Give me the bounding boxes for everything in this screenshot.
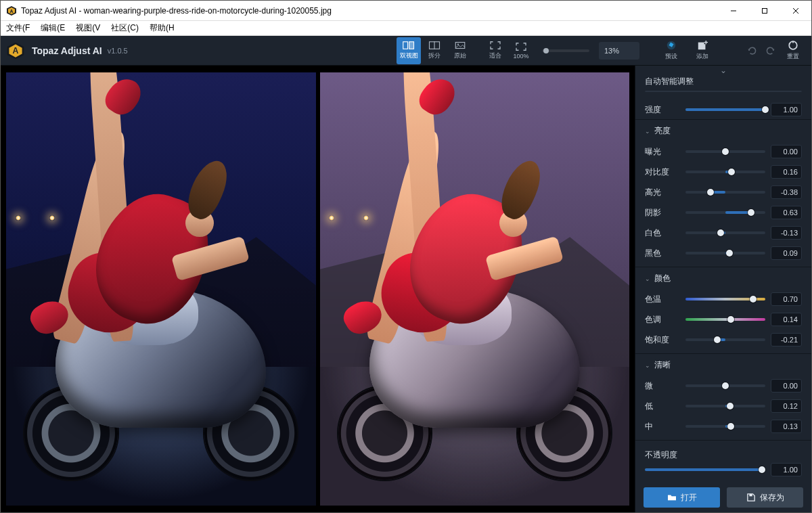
clarity-slider[interactable] <box>685 384 765 387</box>
zoom-indicator[interactable]: 13% <box>599 42 639 60</box>
open-button[interactable]: 打开 <box>644 487 720 508</box>
panel-collapse-toggle[interactable]: ⌄ <box>635 66 811 75</box>
auto-strength-row: 强度 1.00 <box>635 99 811 119</box>
color-slider[interactable] <box>685 338 765 341</box>
color-row: 色调0.14 <box>635 309 811 329</box>
opacity-value[interactable]: 1.00 <box>771 463 802 476</box>
clarity-value[interactable]: 0.12 <box>771 399 802 413</box>
window-title: Topaz Adjust AI - woman-wearing-purple-d… <box>21 6 718 16</box>
color-label: 色调 <box>645 315 680 325</box>
svg-rect-23 <box>749 494 752 496</box>
presets-button[interactable]: 预设 <box>657 37 685 64</box>
brightness-slider[interactable] <box>685 150 765 153</box>
brightness-value[interactable]: 0.09 <box>771 246 802 260</box>
clarity-slider[interactable] <box>685 425 765 428</box>
menu-file[interactable]: 文件(F <box>1 21 35 35</box>
brightness-group: ⌄亮度 曝光0.00对比度0.16高光-0.38阴影0.63白色-0.13黑色0… <box>635 119 811 267</box>
add-preset-button[interactable]: 添加 <box>688 37 717 64</box>
brightness-slider[interactable] <box>685 191 765 194</box>
menu-edit[interactable]: 编辑(E <box>35 21 70 35</box>
brightness-slider[interactable] <box>685 171 765 173</box>
clarity-row: 中0.13 <box>635 416 811 436</box>
auto-strength-slider[interactable] <box>685 108 765 111</box>
brightness-row: 高光-0.38 <box>635 181 811 202</box>
clarity-value[interactable]: 0.13 <box>771 420 802 433</box>
save-icon <box>746 493 756 501</box>
menu-view[interactable]: 视图(V <box>70 21 106 35</box>
maximize-button[interactable] <box>749 1 780 21</box>
brightness-slider[interactable] <box>685 211 765 214</box>
brightness-row: 白色-0.13 <box>635 222 811 242</box>
color-slider[interactable] <box>685 318 765 321</box>
svg-text:A: A <box>13 46 19 55</box>
clarity-slider[interactable] <box>685 405 765 407</box>
app-toolbar: A Topaz Adjust AI v1.0.5 双视图 拆分 原始 适合 <box>1 36 811 66</box>
color-row: 饱和度-0.21 <box>635 329 811 349</box>
image-canvas[interactable] <box>1 66 635 512</box>
reset-button[interactable]: 重置 <box>782 37 805 64</box>
chevron-down-icon: ⌄ <box>645 128 650 135</box>
zoom-100-button[interactable]: 100% <box>509 37 533 64</box>
brightness-value[interactable]: -0.38 <box>771 185 802 199</box>
color-group: ⌄颜色 色温0.70色调0.14饱和度-0.21 <box>635 267 811 353</box>
menu-help[interactable]: 帮助(H <box>144 21 180 35</box>
clarity-row: 低0.12 <box>635 395 811 416</box>
auto-heading: 自动智能调整 <box>635 75 811 91</box>
zoom-fit-button[interactable]: 适合 <box>483 37 508 64</box>
app-window: A Topaz Adjust AI - woman-wearing-purple… <box>0 0 812 513</box>
svg-rect-12 <box>409 42 414 49</box>
brightness-value[interactable]: 0.16 <box>771 165 802 179</box>
opacity-group: 不透明度 1.00 <box>635 440 811 481</box>
view-split-button[interactable]: 拆分 <box>422 37 447 64</box>
color-slider[interactable] <box>685 298 765 300</box>
color-label: 色温 <box>645 294 680 305</box>
app-version: v1.0.5 <box>108 47 128 55</box>
brightness-value[interactable]: 0.00 <box>771 145 802 158</box>
close-button[interactable] <box>780 1 811 21</box>
brightness-value[interactable]: 0.63 <box>771 206 802 219</box>
brightness-label: 高光 <box>645 187 680 198</box>
menubar: 文件(F 编辑(E 视图(V 社区(C) 帮助(H <box>1 21 811 36</box>
clarity-row: 微0.00 <box>635 375 811 395</box>
app-logo-icon: A <box>6 5 17 16</box>
chevron-down-icon: ⌄ <box>645 275 650 282</box>
clarity-label: 中 <box>645 422 680 432</box>
color-toggle[interactable]: ⌄颜色 <box>635 273 811 288</box>
app-body: A Topaz Adjust AI v1.0.5 双视图 拆分 原始 适合 <box>1 36 811 512</box>
view-dual-button[interactable]: 双视图 <box>397 37 421 64</box>
clarity-toggle[interactable]: ⌄清晰 <box>635 359 811 375</box>
color-row: 色温0.70 <box>635 288 811 309</box>
image-after <box>320 72 630 506</box>
view-original-button[interactable]: 原始 <box>448 37 472 64</box>
svg-rect-10 <box>403 42 408 49</box>
opacity-slider[interactable] <box>645 468 765 471</box>
minimize-button[interactable] <box>718 1 749 21</box>
zoom-slider[interactable] <box>542 49 589 52</box>
brightness-row: 阴影0.63 <box>635 202 811 222</box>
clarity-group: ⌄清晰 微0.00低0.12中0.13 <box>635 353 811 440</box>
save-as-button[interactable]: 保存为 <box>727 487 803 508</box>
color-label: 饱和度 <box>645 335 680 345</box>
color-value[interactable]: 0.14 <box>771 313 802 326</box>
clarity-label: 低 <box>645 401 680 411</box>
color-value[interactable]: 0.70 <box>771 292 802 306</box>
auto-strength-label: 强度 <box>645 105 680 115</box>
brightness-toggle[interactable]: ⌄亮度 <box>635 125 811 141</box>
auto-mode-segmented: 关闭 标准 HDR样式 <box>645 91 802 92</box>
auto-strength-value[interactable]: 1.00 <box>771 103 802 116</box>
brightness-slider[interactable] <box>685 231 765 234</box>
brightness-row: 黑色0.09 <box>635 242 811 263</box>
app-logo-icon: A <box>6 41 25 60</box>
brightness-slider[interactable] <box>685 252 765 254</box>
clarity-value[interactable]: 0.00 <box>771 379 802 393</box>
redo-button[interactable] <box>761 45 780 56</box>
menu-community[interactable]: 社区(C) <box>106 21 144 35</box>
undo-button[interactable] <box>742 45 761 56</box>
panel-footer: 打开 保存为 <box>635 481 811 512</box>
folder-icon <box>667 493 677 501</box>
image-before <box>6 72 316 506</box>
chevron-down-icon: ⌄ <box>645 362 650 369</box>
brightness-value[interactable]: -0.13 <box>771 226 802 240</box>
color-value[interactable]: -0.21 <box>771 333 802 347</box>
adjustment-panel: ⌄ 自动智能调整 关闭 标准 HDR样式 强度 1.00 <box>635 66 811 512</box>
